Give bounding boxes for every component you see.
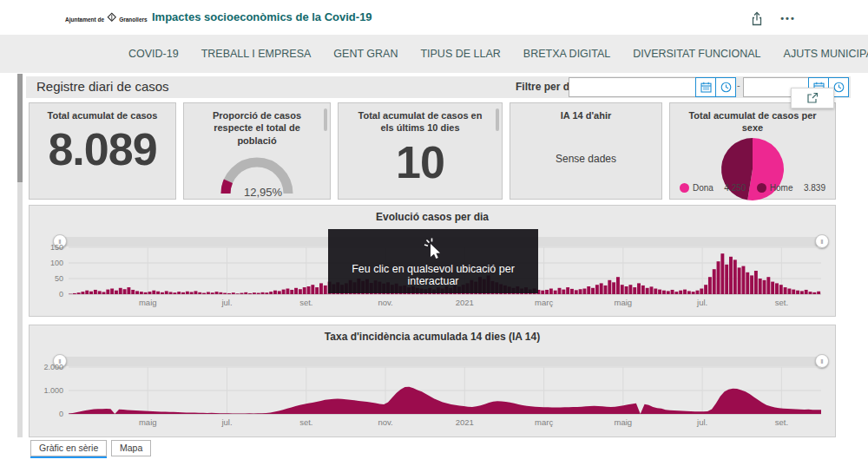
city-emblem-icon [107, 11, 116, 27]
chart-title: Evolució casos per dia [30, 211, 835, 223]
card-total-casos: Total acumulat de casos 8.089 [29, 102, 176, 200]
svg-text:jul.: jul. [696, 417, 707, 427]
svg-text:jul.: jul. [220, 417, 232, 427]
svg-text:0: 0 [59, 410, 63, 418]
report-title: Impactes socioeconòmics de la Covid-19 [152, 10, 372, 23]
page-tabs-bar: Gràfic en sèrie Mapa [0, 437, 868, 466]
home-value: 3.839 [804, 183, 825, 193]
legend-label: Dona [693, 183, 713, 193]
chart-title: Taxa d'incidència acumulada 14 dies (IA … [30, 331, 835, 343]
svg-text:2021: 2021 [456, 417, 474, 427]
svg-text:150: 150 [50, 244, 63, 252]
nav-tab-ajuts-municipals[interactable]: AJUTS MUNICIPALS [784, 48, 868, 60]
ellipsis-icon: ••• [780, 13, 796, 23]
nav-tab-treball-i-empresa[interactable]: TREBALL I EMPRESA [201, 48, 312, 60]
svg-text:set.: set. [299, 298, 312, 307]
active-tab-underline [30, 456, 107, 458]
svg-text:maig: maig [139, 417, 157, 427]
app-header: Ajuntament de Granollers Impactes socioe… [0, 0, 868, 35]
svg-text:jul.: jul. [220, 298, 232, 307]
nav-tab-bretxa-digital[interactable]: BRETXA DIGITAL [523, 48, 611, 60]
more-options-button[interactable]: ••• [779, 10, 797, 27]
start-date-input[interactable] [569, 77, 696, 97]
ia14-no-data-text: Sense dades [510, 153, 661, 165]
popout-button[interactable] [791, 88, 834, 108]
gauge-chart: 12,95% [184, 154, 330, 200]
svg-text:set.: set. [775, 298, 788, 307]
svg-text:50: 50 [55, 274, 63, 283]
start-time-clock-button[interactable] [715, 77, 736, 97]
granollers-logo: Ajuntament de Granollers [65, 11, 148, 27]
page-tab-mapa[interactable]: Mapa [111, 440, 151, 456]
svg-text:maig: maig [139, 298, 157, 307]
nav-tab-gent-gran[interactable]: GENT GRAN [333, 48, 398, 60]
svg-text:2021: 2021 [456, 298, 474, 307]
card-title: Total acumulat de casos en els últims 10… [339, 103, 502, 135]
legend-label: Home [770, 183, 793, 193]
pie-legend: Dona 4.250 Home 3.839 [670, 183, 835, 193]
legend-item-dona[interactable]: Dona [680, 183, 713, 193]
ultims-10-dies-value: 10 [339, 136, 502, 188]
svg-text:0: 0 [59, 290, 63, 299]
report-nav: COVID-19 TREBALL I EMPRESA GENT GRAN TIP… [0, 35, 868, 73]
nav-tab-covid19[interactable]: COVID-19 [128, 48, 179, 60]
card-title: Total acumulat de casos [30, 103, 175, 121]
svg-text:nov.: nov. [378, 417, 392, 427]
start-date-calendar-button[interactable] [695, 77, 716, 97]
page-title: Registre diari de casos [36, 79, 169, 94]
popout-icon [806, 92, 819, 104]
home-color-dot [757, 183, 766, 193]
pie-chart[interactable] [670, 135, 835, 207]
card-ia14-ahir: IA 14 d'ahir Sense dades [510, 102, 662, 200]
page-scrollbar-thumb[interactable] [17, 74, 23, 182]
svg-text:100: 100 [50, 259, 63, 267]
svg-text:nov.: nov. [378, 298, 392, 307]
date-filter-start [569, 77, 736, 97]
dona-color-dot [680, 183, 689, 193]
card-scrollbar[interactable] [324, 108, 327, 131]
svg-text:1.000: 1.000 [43, 386, 63, 395]
card-title: Proporció de casos respecte el total de … [184, 103, 330, 147]
card-ultims-10-dies: Total acumulat de casos en els últims 10… [338, 102, 503, 200]
svg-text:maig: maig [615, 298, 633, 307]
tab-label: Mapa [120, 443, 142, 453]
date-range-separator: - [737, 80, 740, 90]
svg-text:març: març [535, 417, 553, 427]
page-scrollbar[interactable] [17, 74, 23, 451]
nav-tab-tipus-de-llar[interactable]: TIPUS DE LLAR [420, 48, 500, 60]
interaction-hint-text: Feu clic en qualsevol ubicació per inter… [328, 263, 538, 287]
svg-text:maig: maig [615, 417, 633, 427]
svg-text:2.000: 2.000 [43, 364, 63, 371]
ia14-area-chart[interactable]: 01.0002.000maigjul.set.nov.2021marçmaigj… [30, 364, 837, 433]
click-cursor-icon [422, 237, 444, 263]
card-casos-per-sexe: Total acumulat de casos per sexe Dona 4.… [669, 102, 836, 200]
card-scrollbar[interactable] [496, 108, 499, 131]
legend-item-home[interactable]: Home [757, 183, 793, 193]
svg-text:març: març [535, 298, 553, 307]
page-tab-grafic-en-serie[interactable]: Gràfic en sèrie [30, 440, 107, 456]
share-button[interactable] [748, 10, 766, 27]
svg-text:jul.: jul. [696, 298, 707, 307]
interaction-hint-overlay: Feu clic en qualsevol ubicació per inter… [328, 229, 538, 293]
card-proporcio-poblacio: Proporció de casos respecte el total de … [183, 102, 331, 200]
card-title: IA 14 d'ahir [510, 103, 661, 121]
dona-value: 4.250 [724, 183, 746, 193]
covid-dashboard: Ajuntament de Granollers Impactes socioe… [0, 0, 868, 466]
panel-taxa-incidencia: Taxa d'incidència acumulada 14 dies (IA … [29, 325, 836, 437]
logo-text-right: Granollers [119, 16, 148, 23]
logo-text-left: Ajuntament de [65, 16, 104, 23]
gauge-value: 12,95% [184, 186, 330, 199]
svg-text:set.: set. [775, 417, 788, 427]
nav-tab-diversitat-funcional[interactable]: DIVERSITAT FUNCIONAL [633, 48, 760, 60]
tab-label: Gràfic en sèrie [39, 443, 98, 453]
svg-text:set.: set. [299, 417, 312, 427]
total-casos-value: 8.089 [30, 123, 175, 175]
